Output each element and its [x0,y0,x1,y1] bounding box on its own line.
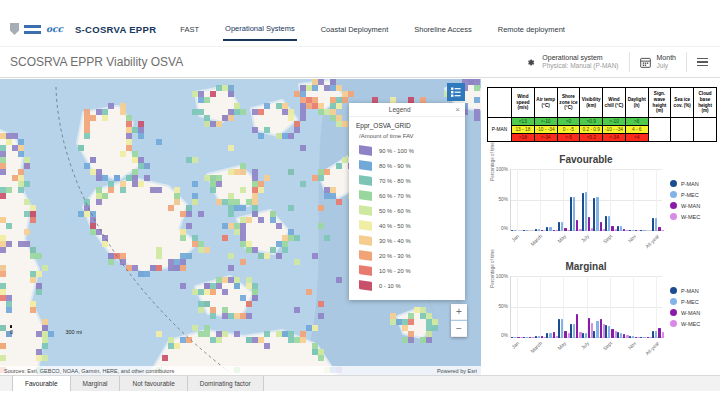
threshold-row: P-MAN<13>-10>0>0.9>-10>6 [488,118,717,126]
tab-marginal[interactable]: Marginal [71,376,121,391]
menu-hamburger-icon[interactable] [687,54,710,70]
map-zoom-controls: + − [451,304,467,337]
bar-group-july [582,169,594,231]
bar-group-feb [523,169,535,231]
bar-p-man [605,325,607,338]
threshold-cell: <-5 [557,134,580,142]
bar-group-oct [617,276,629,338]
threshold-cell: >18 [512,134,535,142]
legend-series-name: P-MAN [681,181,699,187]
bar-w-man [600,319,602,338]
legend-entry-p-mec: P-MEC [670,298,714,305]
marginal-chart: MarginalPercentage of time100%50%0%P-MAN… [486,261,717,356]
bar-p-man [582,193,584,231]
tab-not-favourable[interactable]: Not favourable [120,376,187,391]
legend-series-name: P-MEC [681,192,699,198]
legend-swatch [359,220,372,231]
legend-toggle-button[interactable] [447,83,465,101]
legend-swatch [359,145,372,156]
page-title: SCOSRVA EPPR Viability OSVA [10,55,515,69]
flag-logo [24,25,41,34]
zoom-in-button[interactable]: + [451,304,467,320]
bar-p-mec [655,331,657,338]
legend-class-label: 40 % - 50 % [379,223,411,229]
legend-series-name: W-MAN [681,203,700,209]
table-header-shore-zone-ice-c-: Shore zone ice (°C) [557,88,580,118]
table-header-visibility-km-: Visibility (km) [580,88,603,118]
bar-p-man [652,331,654,338]
legend-class-row: 20 % - 30 % [359,248,458,263]
month-control[interactable]: Month July [630,54,686,71]
viability-threshold-table: Wind speed (m/s)Air temp (°C)Shore zone … [487,87,717,142]
table-header-cloud-base-height-m-: Cloud base height (m) [694,88,717,118]
chart-title: Marginal [496,261,676,272]
legend-entry-p-man: P-MAN [670,180,714,187]
bar-group-april [546,276,558,338]
y-axis-label: Percentage of time [486,276,494,338]
legend-class-row: 50 % - 60 % [359,203,458,218]
nav-item-shoreline-access[interactable]: Shoreline Access [412,19,474,40]
tab-dominating-factor[interactable]: Dominating factor [188,376,264,391]
zoom-out-button[interactable]: − [451,321,467,337]
bar-w-man [658,328,660,338]
threshold-cell: <0.2 [580,134,603,142]
bar-p-man [558,222,560,231]
legend-layer-name: Eppr_OSVA_GRID [356,122,458,129]
legend-class-list: 90 % - 100 %80 % - 90 %70 % - 80 %60 % -… [356,143,458,293]
legend-swatch [359,280,372,291]
legend-class-row: 70 % - 80 % [359,173,458,188]
nav-item-coastal-deployment[interactable]: Coastal Deployment [319,19,391,40]
toolbar: SCOSRVA EPPR Viability OSVA Operational … [0,46,720,78]
table-header-wind-chill-c-: Wind chill (°C) [603,88,626,118]
operational-system-label: Operational system [542,54,618,63]
bar-p-man [593,331,595,338]
bar-w-man [588,318,590,338]
bar-w-man [576,314,578,338]
threshold-cell: 0 - -5 [557,126,580,134]
legend-swatch [359,190,372,201]
bar-w-man [576,220,578,231]
legend-entry-p-mec: P-MEC [670,191,714,198]
nav-item-operational-systems[interactable]: Operational Systems [223,18,297,41]
legend-class-label: 50 % - 60 % [379,208,411,214]
map-attribution-bar: Sources: Esri, GEBCO, NOAA, Garmin, HERE… [0,366,481,375]
bar-group-jan [511,276,523,338]
empty-threshold-cell [648,118,671,142]
app-brand-title: S-COSRVA EPPR [75,24,156,35]
legend-class-label: 70 % - 80 % [379,178,411,184]
chart-plot-area [510,276,662,338]
bar-group-aug [593,276,605,338]
legend-close-icon[interactable]: × [450,105,465,114]
legend-dot [670,191,677,198]
table-header-wind-speed-m-s-: Wind speed (m/s) [512,88,535,118]
nav-item-fast[interactable]: FAST [178,19,201,40]
threshold-cell: >-10 [534,118,557,126]
x-axis-labels: JanMarchMayJulySeptNovAll-year [510,231,662,249]
bar-group-june [570,169,582,231]
attribution-sources: Sources: Esri, GEBCO, NOAA, Garmin, HERE… [4,368,174,374]
app-window: occ S-COSRVA EPPR FASTOperational System… [0,0,720,405]
threshold-cell: 0.2 - 0.9 [580,126,603,134]
legend-class-row: 40 % - 50 % [359,218,458,233]
map-legend-panel: Legend × Eppr_OSVA_GRID /Amount of time … [349,103,465,300]
legend-dot [670,309,677,316]
bar-p-man [593,198,595,231]
bar-p-mec [608,326,610,338]
legend-dot [670,202,677,209]
nav-item-remote-deployment[interactable]: Remote deployment [496,19,567,40]
map-canvas[interactable]: 0 300 mi + − Legend × Eppr_OSVA_GRID /Am… [0,79,481,375]
tab-favourable[interactable]: Favourable [12,376,71,391]
legend-dot [670,320,677,327]
legend-series-name: P-MAN [681,288,699,294]
bar-group-july [582,276,594,338]
legend-class-label: 0 - 10 % [379,283,401,289]
threshold-cell: <-34 [534,134,557,142]
legend-dot [670,287,677,294]
bar-group-june [570,276,582,338]
layer-list-icon [450,86,462,98]
system-row-label: P-MAN [488,118,512,142]
operational-system-control[interactable]: Operational system Physical: Manual (P-M… [515,54,628,71]
legend-class-row: 0 - 10 % [359,278,458,293]
bar-p-mec [596,197,598,231]
legend-class-label: 80 % - 90 % [379,163,411,169]
